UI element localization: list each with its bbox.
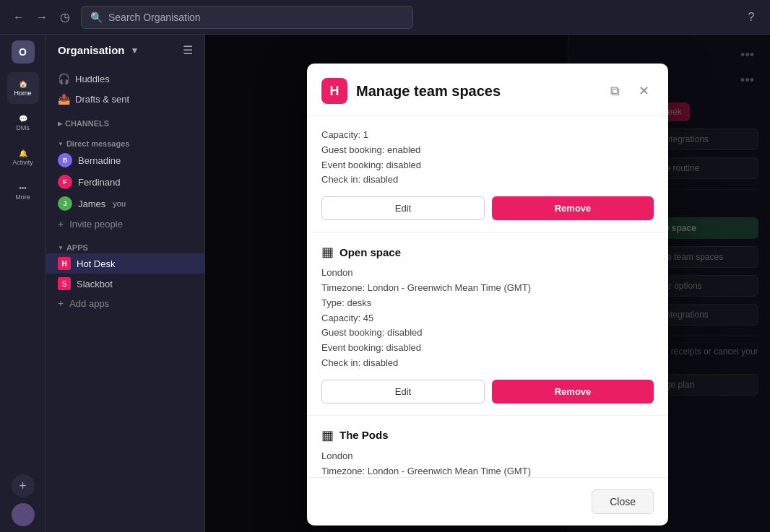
add-apps-item[interactable]: + Add apps [46, 294, 204, 313]
open-space-edit-button[interactable]: Edit [321, 380, 485, 404]
sidebar-item-activity[interactable]: 🔔 Activity [7, 141, 39, 173]
chevron-down-icon: ▼ [131, 45, 139, 56]
hotdesk-icon: H [58, 257, 71, 270]
org-avatar[interactable]: O [12, 40, 35, 64]
apps-section: ▼ Apps H Hot Desk S Slackbot + Add apps [46, 236, 204, 315]
more-icon: ••• [19, 184, 27, 192]
dms-icon: 💬 [19, 115, 27, 123]
bernadine-avatar: B [58, 153, 72, 167]
channels-section: ▶ Channels [46, 112, 204, 132]
more-label: More [15, 193, 30, 201]
open-space-actions: Edit Remove [321, 380, 654, 404]
sidebar-item-drafts[interactable]: 📤 Drafts & sent [46, 89, 204, 109]
dm-item-bernadine[interactable]: B Bernadine [46, 149, 204, 171]
app-item-hotdesk[interactable]: H Hot Desk [46, 253, 204, 274]
copy-button[interactable]: ⧉ [605, 81, 625, 101]
open-space-guest-booking: Guest booking: disabled [321, 326, 654, 341]
icon-sidebar: O 🏠 Home 💬 DMs 🔔 Activity ••• More + [0, 35, 46, 532]
partial-guest-booking: Guest booking: enabled [321, 143, 654, 158]
open-space-timezone: Timezone: London - Greenwich Mean Time (… [321, 281, 654, 296]
james-avatar: J [58, 196, 72, 211]
space-name-row-pods: ▦ The Pods [321, 427, 654, 443]
home-icon: 🏠 [19, 80, 27, 88]
forward-button[interactable]: → [32, 7, 52, 27]
main-content: ••• ••• Week ▼ Next week Manage integrat… [205, 35, 770, 532]
slackbot-icon: S [58, 277, 71, 290]
pods-timezone: Timezone: London - Greenwich Mean Time (… [321, 464, 654, 477]
partial-space-card: Capacity: 1 Guest booking: enabled Event… [307, 116, 668, 232]
space-grid-icon-pods: ▦ [321, 427, 334, 443]
space-grid-icon-open: ▦ [321, 244, 334, 260]
open-space-location: London [321, 266, 654, 281]
manage-team-spaces-modal: H Manage team spaces ⧉ ✕ Capacity: 1 Gue… [307, 64, 668, 526]
org-name: Organisation [58, 44, 125, 56]
add-apps-plus-icon: + [58, 297, 64, 309]
modal-header: H Manage team spaces ⧉ ✕ [307, 64, 668, 116]
dm-title[interactable]: ▼ Direct messages [46, 135, 204, 149]
top-nav-section: 🎧 Huddles 📤 Drafts & sent [46, 66, 204, 112]
space-card-the-pods: ▦ The Pods London Timezone: London - Gre… [307, 416, 668, 477]
search-placeholder: Search Organisation [108, 12, 201, 23]
topbar: ← → ◷ 🔍 Search Organisation ? [0, 0, 770, 35]
add-workspace-button[interactable]: + [12, 474, 35, 497]
main-layout: O 🏠 Home 💬 DMs 🔔 Activity ••• More + Org… [0, 35, 770, 532]
back-button[interactable]: ← [9, 7, 29, 27]
channels-title[interactable]: ▶ Channels [46, 115, 204, 129]
partial-capacity: Capacity: 1 [321, 128, 654, 143]
pods-location: London [321, 449, 654, 464]
huddles-label: Huddles [75, 74, 110, 84]
apps-title[interactable]: ▼ Apps [46, 239, 204, 253]
space-name-pods: The Pods [339, 429, 389, 441]
sidebar-item-more[interactable]: ••• More [7, 176, 39, 208]
home-label: Home [14, 90, 31, 97]
drafts-icon: 📤 [58, 93, 69, 105]
plus-icon: + [58, 218, 64, 230]
modal-overlay: H Manage team spaces ⧉ ✕ Capacity: 1 Gue… [205, 35, 770, 532]
modal-footer: Close [307, 477, 668, 526]
dm-item-ferdinand[interactable]: F Ferdinand [46, 171, 204, 193]
huddles-icon: 🎧 [58, 73, 69, 84]
dm-section: ▼ Direct messages B Bernadine F Ferdinan… [46, 132, 204, 236]
open-space-check-in: Check in: disabled [321, 356, 654, 371]
partial-edit-button[interactable]: Edit [321, 196, 485, 220]
app-item-slackbot[interactable]: S Slackbot [46, 274, 204, 294]
you-label: you [113, 199, 126, 208]
dms-label: DMs [16, 124, 30, 131]
partial-check-in: Check in: disabled [321, 173, 654, 188]
left-sidebar: Organisation ▼ ☰ 🎧 Huddles 📤 Drafts & se… [46, 35, 205, 532]
ferdinand-avatar: F [58, 175, 72, 189]
sidebar-item-dms[interactable]: 💬 DMs [7, 107, 39, 139]
space-name-open: Open space [339, 246, 401, 258]
open-space-remove-button[interactable]: Remove [492, 380, 654, 404]
sidebar-item-home[interactable]: 🏠 Home [7, 72, 39, 104]
topbar-right: ? [741, 7, 761, 27]
modal-logo: H [321, 78, 347, 104]
menu-icon[interactable]: ☰ [183, 43, 193, 57]
help-button[interactable]: ? [741, 7, 761, 27]
modal-body: Capacity: 1 Guest booking: enabled Event… [307, 116, 668, 477]
invite-people-item[interactable]: + Invite people [46, 214, 204, 233]
close-modal-button[interactable]: ✕ [633, 81, 654, 101]
activity-icon: 🔔 [19, 149, 27, 157]
channels-triangle-icon: ▶ [58, 121, 62, 127]
search-bar[interactable]: 🔍 Search Organisation [81, 6, 413, 29]
open-space-capacity: Capacity: 45 [321, 311, 654, 326]
search-icon: 🔍 [90, 12, 103, 23]
partial-space-actions: Edit Remove [321, 196, 654, 220]
space-name-row-open: ▦ Open space [321, 244, 654, 260]
dm-triangle-icon: ▼ [58, 141, 64, 147]
modal-close-button[interactable]: Close [592, 489, 654, 514]
partial-remove-button[interactable]: Remove [492, 196, 654, 220]
dm-item-james[interactable]: J James you [46, 193, 204, 214]
org-header[interactable]: Organisation ▼ ☰ [46, 35, 204, 66]
sidebar-item-huddles[interactable]: 🎧 Huddles [46, 69, 204, 89]
modal-title: Manage team spaces [356, 83, 596, 100]
drafts-label: Drafts & sent [75, 94, 129, 105]
user-avatar[interactable] [12, 503, 35, 526]
nav-buttons: ← → ◷ [9, 7, 75, 27]
open-space-type: Type: desks [321, 296, 654, 311]
apps-triangle-icon: ▼ [58, 245, 64, 251]
history-button[interactable]: ◷ [55, 7, 75, 27]
partial-event-booking: Event booking: disabled [321, 158, 654, 173]
space-card-open-space: ▦ Open space London Timezone: London - G… [307, 232, 668, 416]
